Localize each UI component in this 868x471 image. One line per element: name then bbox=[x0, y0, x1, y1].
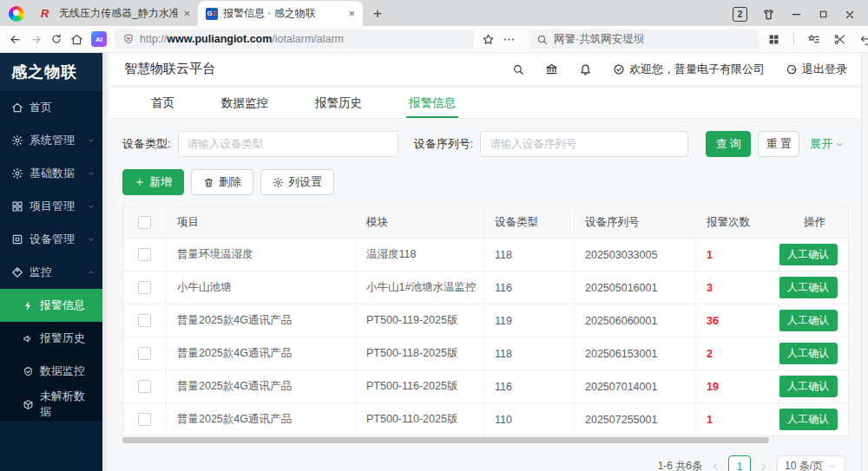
maximize-button[interactable] bbox=[818, 9, 829, 20]
sidebar-subitem-data-monitor[interactable]: 数据监控 bbox=[0, 355, 102, 388]
minimize-button[interactable] bbox=[790, 8, 803, 21]
cell-device-type: 116 bbox=[484, 370, 575, 402]
add-button[interactable]: 新增 bbox=[122, 169, 184, 195]
tab-close-icon[interactable]: × bbox=[348, 7, 355, 20]
sidebar-subitem-alarm-info[interactable]: 报警信息 bbox=[0, 289, 102, 322]
header-cell: 设备类型 bbox=[484, 207, 575, 238]
notifications-bell-icon[interactable] bbox=[579, 62, 592, 75]
device-type-input[interactable] bbox=[178, 131, 398, 157]
column-settings-button[interactable]: 列设置 bbox=[260, 169, 334, 195]
manual-confirm-button[interactable]: 人工确认 bbox=[779, 376, 838, 397]
sidebar-item-device[interactable]: 设备管理 bbox=[0, 223, 102, 256]
more-options-icon[interactable] bbox=[503, 33, 516, 46]
tab-data-monitor[interactable]: 数据监控 bbox=[198, 88, 292, 118]
row-checkbox[interactable] bbox=[138, 380, 151, 393]
alarm-count: 3 bbox=[707, 282, 713, 294]
prev-page-button[interactable] bbox=[710, 461, 720, 471]
sidebar-subitem-alarm-history[interactable]: 报警历史 bbox=[0, 322, 102, 355]
cell-module: PT500-110-2025版 bbox=[356, 403, 484, 435]
filter-bar: 设备类型: 设备序列号: 查询 重置 展开 bbox=[122, 131, 849, 157]
sidebar-item-home[interactable]: 首页 bbox=[0, 91, 102, 124]
favorites-list-icon[interactable] bbox=[807, 33, 820, 46]
bookmark-star-icon[interactable] bbox=[482, 33, 495, 46]
cell-action: 人工确认 bbox=[779, 304, 848, 337]
sidebar-item-label: 首页 bbox=[30, 100, 52, 115]
ai-assistant-icon[interactable]: AI bbox=[91, 31, 107, 47]
header-cell: 项目 bbox=[167, 207, 356, 238]
sidebar-subitem-unparsed-data[interactable]: 未解析数据 bbox=[0, 388, 102, 421]
select-all-checkbox[interactable] bbox=[138, 216, 151, 229]
screenshot-scissors-icon[interactable] bbox=[833, 33, 846, 46]
cell-project: 普量2025款4G通讯产品 bbox=[167, 337, 356, 370]
tab-home[interactable]: 首页 bbox=[128, 88, 198, 118]
table-row: 普量2025款4G通讯产品PT500-119-2025版119202506060… bbox=[123, 304, 848, 337]
sidebar-scrollbar[interactable] bbox=[102, 53, 110, 471]
tab-close-icon[interactable]: × bbox=[183, 7, 190, 20]
back-button[interactable] bbox=[9, 33, 22, 46]
cell-serial: 202506153001 bbox=[575, 337, 696, 370]
undo-icon[interactable] bbox=[859, 33, 868, 46]
site-safety-icon[interactable] bbox=[122, 33, 135, 45]
manual-confirm-button[interactable]: 人工确认 bbox=[779, 343, 838, 364]
organization-icon[interactable] bbox=[545, 62, 558, 75]
logout-button[interactable]: 退出登录 bbox=[786, 62, 847, 77]
cell-select bbox=[123, 337, 167, 370]
tab-alarm-history[interactable]: 报警历史 bbox=[292, 88, 385, 118]
browser-logo-icon[interactable] bbox=[9, 6, 24, 22]
sidebar-subitem-label: 未解析数据 bbox=[40, 389, 95, 420]
page-size-select[interactable]: 10 条/页 bbox=[777, 455, 845, 471]
serial-input[interactable] bbox=[480, 131, 688, 157]
row-checkbox[interactable] bbox=[138, 248, 151, 261]
cell-action: 人工确认 bbox=[779, 239, 848, 271]
browser-tab-sensor[interactable]: R 无线压力传感器_静力水准仪_ × bbox=[33, 1, 198, 26]
cell-device-type: 118 bbox=[484, 239, 575, 271]
expand-link[interactable]: 展开 bbox=[810, 136, 845, 152]
header-cell-select bbox=[123, 207, 167, 238]
browser-search-box[interactable]: 网警·共筑网安堤坝 bbox=[529, 29, 760, 49]
row-checkbox[interactable] bbox=[138, 347, 151, 360]
row-checkbox[interactable] bbox=[138, 413, 151, 426]
manual-confirm-button[interactable]: 人工确认 bbox=[779, 409, 838, 430]
next-page-button[interactable] bbox=[759, 461, 769, 471]
reload-button[interactable] bbox=[50, 33, 62, 45]
sidebar-item-project[interactable]: 项目管理 bbox=[0, 190, 102, 223]
tab-alarm-info[interactable]: 报警信息 bbox=[385, 88, 479, 118]
cell-alarm-count: 36 bbox=[696, 304, 779, 337]
user-welcome[interactable]: 欢迎您，普量电子有限公司 bbox=[613, 62, 765, 77]
url-bar[interactable]: http://www.puliangiot.com/iotalarm/alarm bbox=[115, 29, 474, 49]
forward-button[interactable] bbox=[30, 33, 43, 46]
apps-grid-icon[interactable] bbox=[767, 33, 780, 46]
delete-button[interactable]: 删除 bbox=[191, 169, 253, 195]
cell-module: PT500-119-2025版 bbox=[356, 304, 484, 337]
header-cell: 操作 bbox=[779, 207, 848, 238]
horizontal-scrollbar[interactable] bbox=[122, 437, 849, 444]
theme-skin-icon[interactable] bbox=[762, 8, 775, 21]
close-window-button[interactable] bbox=[844, 9, 856, 21]
cell-action: 人工确认 bbox=[779, 370, 848, 402]
sidebar-item-label: 设备管理 bbox=[30, 232, 75, 247]
manual-confirm-button[interactable]: 人工确认 bbox=[779, 310, 838, 331]
row-checkbox[interactable] bbox=[138, 314, 151, 327]
manual-confirm-button[interactable]: 人工确认 bbox=[779, 244, 838, 265]
sidebar-item-basedata[interactable]: 基础数据 bbox=[0, 157, 102, 190]
page-number-button[interactable]: 1 bbox=[728, 455, 751, 471]
scrollbar-thumb[interactable] bbox=[122, 437, 769, 443]
sidebar-item-label: 基础数据 bbox=[30, 166, 75, 181]
sidebar-item-system[interactable]: 系统管理 bbox=[0, 124, 102, 157]
query-button[interactable]: 查询 bbox=[706, 131, 751, 157]
main-content: 智慧物联云平台 欢迎您，普量电子有限公司 退出登录 首页数据监控报警历史报警信息 bbox=[110, 53, 861, 471]
table-header-row: 项目模块设备类型设备序列号报警次数操作 bbox=[123, 207, 848, 239]
sidebar-item-monitor[interactable]: 监控 bbox=[0, 256, 102, 289]
url-text: http://www.puliangiot.com/iotalarm/alarm bbox=[140, 33, 344, 45]
browser-tab-alarm[interactable]: GZ 报警信息 · 感之物联 × bbox=[198, 1, 363, 26]
device-type-label: 设备类型: bbox=[122, 136, 171, 152]
new-tab-button[interactable]: + bbox=[363, 5, 392, 26]
header-search-icon[interactable] bbox=[512, 63, 524, 75]
vertical-scrollbar[interactable] bbox=[861, 53, 868, 471]
manual-confirm-button[interactable]: 人工确认 bbox=[779, 277, 838, 298]
row-checkbox[interactable] bbox=[138, 281, 151, 294]
chevron-down-icon bbox=[87, 136, 95, 145]
home-button[interactable] bbox=[70, 33, 83, 46]
tab-count-badge[interactable]: 2 bbox=[733, 7, 747, 22]
reset-button[interactable]: 重置 bbox=[758, 131, 799, 157]
